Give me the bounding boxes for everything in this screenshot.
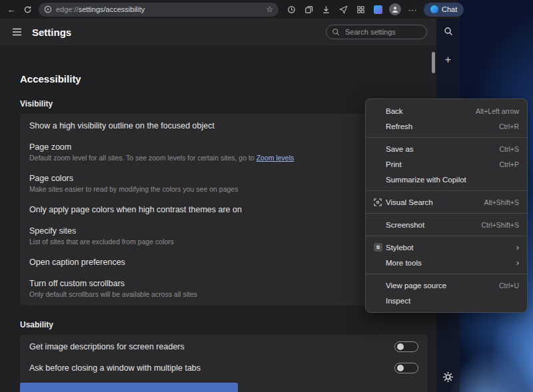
url-path: settings/accessibility	[79, 5, 145, 13]
sidebar-search-icon[interactable]	[444, 27, 453, 36]
history-icon[interactable]	[284, 2, 298, 17]
setting-row-image-descriptions[interactable]: Get image descriptions for screen reader…	[20, 336, 428, 357]
context-menu-item-save-as[interactable]: Save as Ctrl+S	[366, 141, 527, 156]
chat-button-label: Chat	[442, 5, 457, 13]
settings-search-input[interactable]	[344, 27, 421, 37]
sidebar-add-icon[interactable]: +	[445, 55, 451, 65]
setting-subtext: Only default scrollbars will be availabl…	[29, 290, 418, 298]
ask-before-closing-toggle[interactable]	[394, 363, 418, 373]
context-menu-item-summarize-copilot[interactable]: Summarize with Copilot	[366, 172, 527, 187]
context-menu-item-screenshot[interactable]: Screenshot Ctrl+Shift+S	[366, 217, 527, 232]
url-scheme: edge://	[56, 5, 79, 13]
collections-icon[interactable]	[301, 2, 316, 17]
more-menu-icon[interactable]: ···	[405, 2, 420, 17]
setting-row-ask-before-closing[interactable]: Ask before closing a window with multipl…	[20, 357, 428, 379]
page-title: Accessibility	[20, 73, 436, 85]
scrollbar-thumb[interactable]	[432, 52, 435, 73]
context-menu-item-refresh[interactable]: Refresh Ctrl+R	[366, 118, 527, 134]
image-descriptions-toggle[interactable]	[394, 341, 418, 352]
profile-avatar[interactable]	[388, 2, 402, 17]
menu-hamburger-icon[interactable]	[9, 25, 24, 39]
favorite-star-icon[interactable]: ☆	[266, 5, 273, 14]
context-menu-item-print[interactable]: Print Ctrl+P	[366, 156, 527, 172]
context-menu-item-inspect[interactable]: Inspect	[366, 293, 527, 308]
browser-toolbar: ← edge://settings/accessibility ☆	[0, 0, 460, 19]
context-menu-item-back[interactable]: Back Alt+Left arrow	[366, 103, 527, 118]
menu-separator	[366, 137, 527, 138]
submenu-arrow-icon: ›	[516, 243, 519, 252]
site-info-icon[interactable]	[44, 5, 52, 13]
menu-separator	[366, 190, 527, 191]
settings-search[interactable]	[326, 25, 427, 39]
extension-icon[interactable]	[370, 2, 385, 17]
context-menu-item-visual-search[interactable]: Visual Search Alt+Shift+S	[366, 194, 527, 210]
context-menu-item-stylebot[interactable]: S Stylebot ›	[366, 240, 527, 255]
stylebot-icon: S	[374, 243, 386, 252]
send-icon[interactable]	[336, 2, 350, 17]
chat-icon	[430, 5, 438, 13]
setting-subtext: List of sites that are excluded from pag…	[29, 238, 418, 246]
context-menu-item-more-tools[interactable]: More tools ›	[366, 255, 527, 270]
setting-subtext: Default zoom level for all sites. To see…	[29, 154, 418, 162]
downloads-icon[interactable]	[318, 2, 333, 17]
usability-card: Get image descriptions for screen reader…	[20, 335, 428, 392]
visual-search-icon	[374, 198, 386, 206]
workspaces-icon[interactable]	[353, 2, 368, 17]
menu-separator	[366, 274, 527, 274]
context-menu-item-view-page-source[interactable]: View page source Ctrl+U	[366, 278, 527, 293]
setting-subtext: Make sites easier to read by modifying t…	[29, 185, 418, 193]
toggle-knob	[397, 343, 404, 350]
desktop: ← edge://settings/accessibility ☆	[0, 0, 533, 392]
toggle-knob	[397, 365, 404, 371]
search-icon	[332, 28, 340, 36]
settings-title: Settings	[32, 27, 71, 38]
zoom-levels-link[interactable]: Zoom levels	[257, 154, 294, 162]
sidebar-gear-icon[interactable]	[442, 371, 454, 383]
chat-button[interactable]: Chat	[424, 3, 464, 17]
toolbar-icon-cluster: ···	[284, 2, 420, 17]
url-text: edge://settings/accessibility	[56, 5, 262, 13]
menu-separator	[366, 213, 527, 214]
submenu-arrow-icon: ›	[516, 258, 519, 267]
section-label-usability: Usability	[20, 320, 436, 329]
context-menu: Back Alt+Left arrow Refresh Ctrl+R Save …	[365, 98, 528, 313]
settings-header: Settings	[0, 19, 436, 45]
refresh-icon[interactable]	[20, 2, 35, 17]
focused-row-highlight	[20, 383, 238, 392]
menu-separator	[366, 236, 527, 236]
back-icon[interactable]: ←	[4, 2, 19, 17]
address-bar[interactable]: edge://settings/accessibility ☆	[39, 3, 278, 17]
